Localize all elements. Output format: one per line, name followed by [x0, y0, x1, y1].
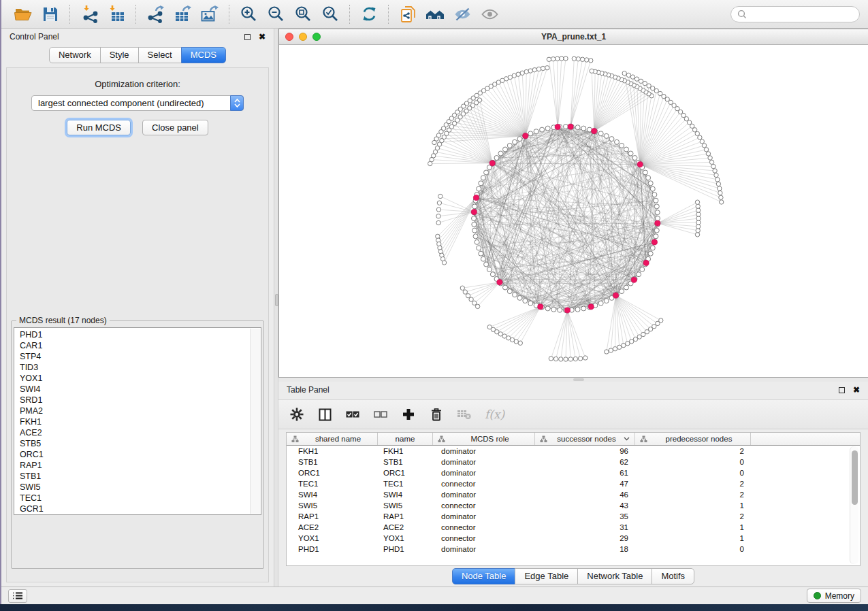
table-row[interactable]: SWI5SWI5connector431: [287, 500, 860, 511]
network-node[interactable]: [545, 126, 550, 131]
table-scrollbar[interactable]: [850, 446, 858, 564]
network-node[interactable]: [640, 267, 645, 272]
table-row[interactable]: ACE2ACE2connector311: [287, 522, 860, 533]
network-node[interactable]: [524, 69, 528, 73]
tab-node-table[interactable]: Node Table: [452, 568, 516, 584]
network-node[interactable]: [436, 220, 440, 225]
network-node[interactable]: [589, 59, 593, 63]
network-node[interactable]: [528, 131, 533, 136]
tab-network[interactable]: Network: [49, 47, 101, 63]
network-node[interactable]: [460, 286, 464, 290]
show-column-button[interactable]: [317, 406, 332, 423]
tab-network-table[interactable]: Network Table: [577, 568, 652, 584]
network-node[interactable]: [528, 69, 532, 73]
network-node[interactable]: [647, 84, 651, 88]
network-node[interactable]: [556, 56, 560, 61]
mcds-result-item[interactable]: SRD1: [20, 395, 250, 406]
network-node[interactable]: [714, 173, 718, 177]
mcds-hub-node[interactable]: [471, 210, 477, 215]
network-node[interactable]: [463, 290, 467, 294]
network-node[interactable]: [517, 137, 522, 142]
refresh-button[interactable]: [355, 3, 383, 26]
network-node[interactable]: [551, 307, 556, 312]
network-node[interactable]: [654, 198, 658, 203]
network-node[interactable]: [568, 357, 573, 361]
network-node[interactable]: [615, 139, 620, 144]
table-row[interactable]: SWI4SWI4dominator462: [287, 489, 860, 500]
network-node[interactable]: [626, 342, 630, 346]
open-file-button[interactable]: [10, 3, 37, 26]
mcds-result-item[interactable]: STB1: [20, 471, 250, 482]
network-node[interactable]: [695, 233, 699, 237]
float-panel-icon[interactable]: [244, 34, 251, 40]
network-node[interactable]: [716, 178, 720, 182]
network-node[interactable]: [479, 251, 483, 256]
network-node[interactable]: [532, 68, 536, 72]
import-network-button[interactable]: [76, 3, 103, 26]
mcds-hub-node[interactable]: [489, 161, 495, 166]
network-node[interactable]: [513, 139, 517, 144]
network-node[interactable]: [442, 261, 446, 265]
mcds-hub-node[interactable]: [473, 195, 479, 201]
mcds-hub-node[interactable]: [564, 308, 570, 313]
network-node[interactable]: [490, 272, 495, 277]
network-node[interactable]: [436, 214, 440, 218]
mcds-result-list[interactable]: PHD1CAR1STP4TID3YOX1SWI4SRD1PMA2FKH1ACE2…: [14, 327, 261, 515]
network-node[interactable]: [578, 357, 582, 361]
network-node[interactable]: [720, 200, 724, 204]
network-node[interactable]: [637, 272, 641, 277]
mcds-hub-node[interactable]: [631, 277, 637, 282]
memory-button[interactable]: Memory: [807, 589, 861, 603]
network-node[interactable]: [598, 301, 603, 306]
network-node[interactable]: [517, 295, 522, 300]
network-node[interactable]: [719, 195, 723, 199]
network-node[interactable]: [494, 156, 499, 161]
select-all-button[interactable]: [345, 406, 360, 423]
network-node[interactable]: [428, 161, 432, 165]
network-node[interactable]: [560, 56, 564, 61]
first-neighbors-button[interactable]: [421, 3, 449, 26]
network-node[interactable]: [706, 152, 710, 156]
network-node[interactable]: [558, 308, 562, 312]
splitter-grip[interactable]: [275, 294, 278, 306]
network-node[interactable]: [643, 81, 647, 85]
network-node[interactable]: [718, 191, 722, 195]
network-node[interactable]: [541, 66, 545, 70]
network-node[interactable]: [437, 201, 441, 205]
network-node[interactable]: [507, 289, 512, 294]
export-image-button[interactable]: [196, 3, 223, 26]
mcds-hub-node[interactable]: [523, 133, 528, 139]
tab-select[interactable]: Select: [138, 47, 182, 63]
table-row[interactable]: TEC1TEC1connector472: [287, 478, 860, 489]
table-row[interactable]: ORC1ORC1dominator610: [287, 467, 860, 478]
network-node[interactable]: [520, 71, 524, 75]
network-node[interactable]: [702, 144, 706, 148]
network-node[interactable]: [581, 126, 586, 131]
criterion-select[interactable]: largest connected component (undirected): [31, 95, 244, 111]
network-node[interactable]: [487, 267, 492, 272]
network-node[interactable]: [559, 357, 563, 361]
mcds-result-item[interactable]: ACE2: [20, 427, 250, 438]
task-history-button[interactable]: [8, 589, 27, 603]
network-node[interactable]: [481, 257, 485, 261]
network-node[interactable]: [540, 127, 545, 132]
network-node[interactable]: [572, 56, 576, 61]
mcds-hub-node[interactable]: [652, 240, 657, 245]
network-node[interactable]: [604, 133, 609, 138]
network-node[interactable]: [630, 340, 634, 344]
network-node[interactable]: [475, 304, 479, 308]
network-node[interactable]: [481, 176, 485, 180]
network-node[interactable]: [553, 357, 558, 361]
network-node[interactable]: [696, 204, 700, 208]
network-node[interactable]: [564, 357, 568, 361]
network-node[interactable]: [605, 350, 609, 354]
search-input[interactable]: [750, 9, 853, 20]
column-header-successor-nodes[interactable]: successor nodes: [535, 433, 635, 445]
table-row[interactable]: PHD1PHD1dominator180: [287, 544, 860, 555]
mcds-result-item[interactable]: SWI4: [20, 384, 250, 395]
network-node[interactable]: [622, 343, 626, 347]
network-node[interactable]: [575, 125, 580, 130]
mcds-result-item[interactable]: TEC1: [20, 493, 250, 503]
mcds-hub-node[interactable]: [592, 129, 597, 134]
network-node[interactable]: [654, 88, 658, 93]
